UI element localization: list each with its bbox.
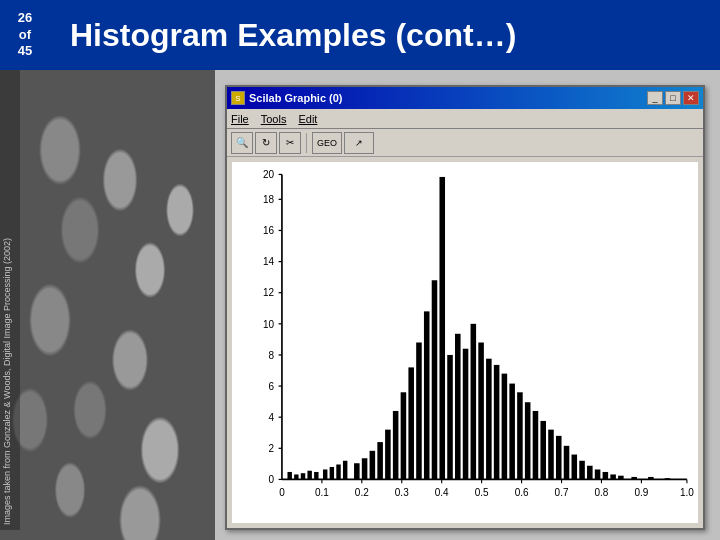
histogram-svg: 0 2 4 6 8 10 (232, 162, 698, 523)
bar-40 (603, 472, 609, 479)
bar-32 (540, 421, 546, 480)
svg-text:0.8: 0.8 (595, 485, 609, 498)
bar-28 (509, 384, 515, 480)
bar-11 (370, 451, 376, 480)
bar-0 (287, 472, 291, 479)
svg-text:10: 10 (263, 317, 274, 330)
plot-area: 0 2 4 6 8 10 (232, 162, 698, 523)
svg-text:1.0: 1.0 (680, 485, 694, 498)
svg-text:0.2: 0.2 (355, 485, 369, 498)
menu-edit[interactable]: Edit (298, 113, 317, 125)
toolbar-btn-2[interactable]: ↻ (255, 132, 277, 154)
svg-text:0: 0 (279, 485, 285, 498)
bar-43 (631, 477, 637, 479)
toolbar-btn-3[interactable]: ✂ (279, 132, 301, 154)
bar-6 (330, 467, 334, 479)
bar-18 (424, 311, 430, 479)
bar-9 (354, 463, 360, 479)
bar-44 (648, 477, 654, 479)
slide-total: 45 (18, 43, 32, 60)
toolbar-btn-geo[interactable]: GEO (312, 132, 342, 154)
svg-text:0.1: 0.1 (315, 485, 329, 498)
bar-30 (525, 402, 531, 479)
bar-3 (307, 471, 311, 480)
header: 26 of 45 Histogram Examples (cont…) (0, 0, 720, 70)
bar-23 (471, 324, 477, 480)
bar-39 (595, 469, 601, 479)
svg-text:0.4: 0.4 (435, 485, 449, 498)
bar-21 (455, 334, 461, 480)
window-buttons: _ □ ✕ (647, 91, 699, 105)
menu-tools[interactable]: Tools (261, 113, 287, 125)
page-title: Histogram Examples (cont…) (70, 17, 516, 54)
scilab-window: S Scilab Graphic (0) _ □ ✕ File Tools Ed… (225, 85, 705, 530)
toolbar-separator-1 (306, 133, 307, 153)
bar-2 (301, 473, 305, 479)
svg-text:2: 2 (269, 441, 275, 454)
bar-1 (294, 474, 298, 479)
scilab-icon: S (231, 91, 245, 105)
bar-35 (564, 446, 570, 480)
scilab-menubar: File Tools Edit (227, 109, 703, 129)
bar-38 (587, 466, 593, 480)
bar-13 (385, 430, 391, 480)
bar-8 (343, 461, 347, 480)
bar-15 (401, 392, 407, 479)
bar-16 (408, 367, 414, 479)
svg-text:0.7: 0.7 (555, 485, 569, 498)
image-credit: Images taken from Gonzalez & Woods, Digi… (0, 70, 20, 530)
slide-current: 26 (18, 10, 32, 27)
bar-29 (517, 392, 523, 479)
bar-14 (393, 411, 399, 479)
slide-of: of (19, 27, 31, 44)
bar-20 (447, 355, 453, 479)
svg-text:0.3: 0.3 (395, 485, 409, 498)
svg-text:18: 18 (263, 193, 274, 206)
close-button[interactable]: ✕ (683, 91, 699, 105)
svg-text:0: 0 (269, 473, 275, 486)
bar-34 (556, 436, 562, 480)
toolbar-btn-1[interactable]: 🔍 (231, 132, 253, 154)
bar-25 (486, 359, 492, 480)
scilab-titlebar: S Scilab Graphic (0) _ □ ✕ (227, 87, 703, 109)
titlebar-left: S Scilab Graphic (0) (231, 91, 343, 105)
svg-text:12: 12 (263, 286, 274, 299)
bar-42 (618, 476, 624, 480)
bar-10 (362, 458, 368, 479)
svg-text:6: 6 (269, 379, 275, 392)
scilab-title: Scilab Graphic (0) (249, 92, 343, 104)
bar-45 (665, 478, 671, 479)
bar-spike (439, 177, 445, 479)
left-panel: Images taken from Gonzalez & Woods, Digi… (0, 70, 215, 540)
bar-7 (336, 464, 340, 479)
bar-31 (533, 411, 539, 479)
bar-12 (377, 442, 383, 479)
bar-22 (463, 349, 469, 480)
bar-36 (572, 455, 578, 480)
svg-text:14: 14 (263, 255, 274, 268)
bean-image (0, 70, 215, 540)
maximize-button[interactable]: □ (665, 91, 681, 105)
bar-24 (478, 343, 484, 480)
svg-text:0.9: 0.9 (634, 485, 648, 498)
bar-4 (314, 472, 318, 479)
svg-text:20: 20 (263, 168, 274, 181)
svg-text:0.5: 0.5 (475, 485, 489, 498)
bar-19 (432, 280, 438, 479)
menu-file[interactable]: File (231, 113, 249, 125)
bar-37 (579, 461, 585, 480)
svg-text:4: 4 (269, 410, 275, 423)
bar-26 (494, 365, 500, 480)
toolbar-btn-line[interactable]: ↗ (344, 132, 374, 154)
main-content: Images taken from Gonzalez & Woods, Digi… (0, 70, 720, 540)
slide-counter: 26 of 45 (0, 0, 50, 70)
bar-17 (416, 343, 422, 480)
svg-text:8: 8 (269, 348, 275, 361)
scilab-toolbar: 🔍 ↻ ✂ GEO ↗ (227, 129, 703, 157)
bar-5 (323, 469, 327, 479)
svg-text:0.6: 0.6 (515, 485, 529, 498)
minimize-button[interactable]: _ (647, 91, 663, 105)
bar-33 (548, 430, 554, 480)
svg-text:16: 16 (263, 224, 274, 237)
bar-27 (502, 374, 508, 480)
